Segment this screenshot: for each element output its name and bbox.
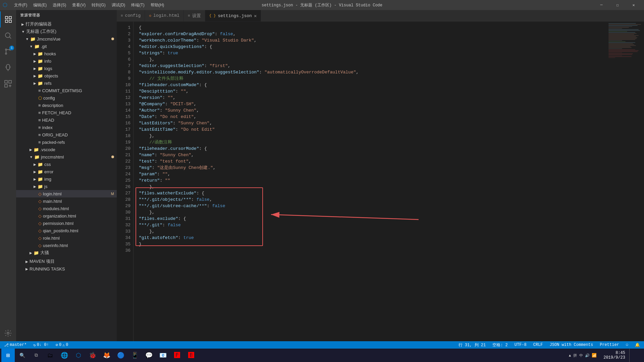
- error-item[interactable]: ▶ 📁 error: [16, 168, 117, 175]
- description-item[interactable]: ≡ description: [16, 102, 117, 109]
- objects-item[interactable]: ▶ 📁 objects: [16, 72, 117, 79]
- search-icon[interactable]: [0, 27, 16, 44]
- main-html-item[interactable]: ◇ main.html: [16, 197, 117, 205]
- taskbar-other6[interactable]: 📧: [156, 349, 170, 362]
- maximize-button[interactable]: ☐: [610, 0, 625, 10]
- config-item[interactable]: ⬡ config: [16, 94, 117, 102]
- minimize-button[interactable]: —: [594, 0, 609, 10]
- taskbar-task-view[interactable]: ⧉: [30, 349, 43, 362]
- formatter-status[interactable]: Prettier: [598, 343, 621, 347]
- error-count: 0: [59, 343, 61, 347]
- taskbar-file-explorer[interactable]: 🗂: [44, 349, 57, 362]
- commit-msg-item[interactable]: ≡ COMMIT_EDITMSG: [16, 87, 117, 94]
- show-desktop-button[interactable]: [629, 349, 643, 362]
- orig-head-icon: ≡: [38, 132, 41, 137]
- hooks-item[interactable]: ▶ 📁 hooks: [16, 50, 117, 57]
- tab-settings-json[interactable]: { } settings.json ✕: [205, 10, 261, 21]
- vscode-label: .vscode: [40, 147, 55, 152]
- taskbar-vscode[interactable]: ⬡: [72, 349, 85, 362]
- extensions-icon[interactable]: [0, 76, 16, 92]
- project-folder[interactable]: ▼ 📁 JmccmsVue: [16, 35, 117, 43]
- qian-postinfo-item[interactable]: ◇ qian_postinfo.html: [16, 227, 117, 234]
- js-item[interactable]: ▶ 📁 js: [16, 183, 117, 190]
- workspace-section[interactable]: ▼ 无标题 (工作区): [16, 28, 117, 35]
- code-line: "Desciptttion": "",: [139, 88, 602, 95]
- packed-refs-item[interactable]: ≡ packed-refs: [16, 138, 117, 146]
- modules-html-item[interactable]: ◇ modules.html: [16, 205, 117, 212]
- menu-select[interactable]: 选择(S): [50, 0, 69, 10]
- taskbar-other2[interactable]: 🦊: [100, 349, 113, 362]
- git-branch-status[interactable]: ⎇ master*: [3, 343, 28, 348]
- refs-item[interactable]: ▶ 📁 refs: [16, 79, 117, 87]
- login-html-item[interactable]: ◇ login.html M: [16, 190, 117, 197]
- vscode-icon: 📁: [34, 147, 39, 152]
- code-line: [139, 247, 602, 254]
- source-control-icon[interactable]: 1: [0, 44, 16, 60]
- menu-debug[interactable]: 调试(D): [109, 0, 128, 10]
- jmccmshtml-item[interactable]: ▼ 📁 jmccmshtml: [16, 153, 117, 161]
- organization-html-item[interactable]: ◇ organization.html: [16, 212, 117, 220]
- taskbar-search[interactable]: 🔍: [15, 349, 29, 362]
- menu-help[interactable]: 帮助(H): [148, 0, 167, 10]
- system-tray: ▲ 拼 中 🔊 📶: [566, 353, 599, 358]
- tab-login[interactable]: ◇ login.html: [145, 10, 184, 21]
- svg-rect-12: [5, 80, 7, 83]
- index-item[interactable]: ≡ index: [16, 124, 117, 131]
- maven-project-section[interactable]: ▶ MAVEN 项目: [16, 258, 117, 265]
- menu-terminal[interactable]: 终端(T): [128, 0, 147, 10]
- css-item[interactable]: ▶ 📁 css: [16, 161, 117, 168]
- language-status[interactable]: JSON with Comments: [548, 343, 595, 347]
- app4-icon: 📱: [131, 352, 139, 359]
- error-status[interactable]: ⊘ 0 ⚠ 0: [54, 343, 70, 348]
- taskbar-other4[interactable]: 📱: [128, 349, 142, 362]
- tab-config[interactable]: ≡ config: [117, 10, 145, 21]
- code-area[interactable]: { "explorer.confirmDragAndDrop": false, …: [133, 22, 607, 341]
- close-button[interactable]: ✕: [626, 0, 641, 10]
- orig-head-item[interactable]: ≡ ORIG_HEAD: [16, 131, 117, 138]
- fetch-head-item[interactable]: ≡ FETCH_HEAD: [16, 109, 117, 116]
- qian-postinfo-label: qian_postinfo.html: [43, 228, 78, 233]
- git-folder[interactable]: ▼ 📁 .git: [16, 43, 117, 50]
- debug-icon[interactable]: [0, 60, 16, 76]
- taskbar-edge[interactable]: 🌐: [58, 349, 71, 362]
- explorer-icon[interactable]: [0, 11, 16, 27]
- emoji-status[interactable]: ☺: [625, 343, 630, 347]
- menu-goto[interactable]: 转到(G): [89, 0, 108, 10]
- tab-settings2[interactable]: ≡ 设置: [184, 10, 205, 21]
- open-editors-section[interactable]: ▶ 打开的编辑器: [16, 20, 117, 28]
- menu-file[interactable]: 文件(F): [11, 0, 30, 10]
- clock[interactable]: 8:45 2019/9/23: [601, 351, 628, 360]
- vscode-item[interactable]: ▶ 📁 .vscode: [16, 146, 117, 153]
- running-tasks-section[interactable]: ▶ RUNNING TASKS: [16, 265, 117, 273]
- userinfo-html-item[interactable]: ◇ userinfo.html: [16, 242, 117, 249]
- info-item[interactable]: ▶ 📁 info: [16, 57, 117, 65]
- cursor-position-status[interactable]: 行 31, 列 21: [457, 342, 487, 348]
- encoding-status[interactable]: UTF-8: [513, 343, 528, 347]
- taskbar-other5[interactable]: 💬: [142, 349, 156, 362]
- taskbar-other8[interactable]: 🅱: [184, 349, 198, 362]
- settings-gear-icon[interactable]: [0, 325, 16, 341]
- title-bar-left: ⬡ 文件(F) 编辑(E) 选择(S) 查看(V) 转到(G) 调试(D) 终端…: [3, 0, 167, 10]
- spaces-status[interactable]: 空格: 2: [491, 342, 509, 348]
- taskbar-other7[interactable]: 🅿: [170, 349, 184, 362]
- role-html-item[interactable]: ◇ role.html: [16, 234, 117, 242]
- app2-icon: 🦊: [103, 352, 110, 359]
- img-item[interactable]: ▶ 📁 img: [16, 175, 117, 183]
- dasao-item[interactable]: ▶ 📁 大骚: [16, 249, 117, 256]
- sync-status[interactable]: ↻ 0↓ 0↑: [32, 343, 50, 348]
- taskbar-other1[interactable]: 🐞: [86, 349, 99, 362]
- svg-point-8: [5, 49, 7, 50]
- bell-status[interactable]: 🔔: [634, 343, 641, 348]
- description-icon: ≡: [38, 103, 41, 108]
- tab-close-button[interactable]: ✕: [254, 13, 257, 19]
- start-button[interactable]: ⊞: [1, 349, 15, 362]
- taskbar-other3[interactable]: 🔵: [114, 349, 127, 362]
- menu-edit[interactable]: 编辑(E): [31, 0, 49, 10]
- config-label: config: [43, 96, 55, 101]
- permission-html-item[interactable]: ◇ permission.html: [16, 220, 117, 227]
- menu-view[interactable]: 查看(V): [69, 0, 88, 10]
- logs-item[interactable]: ▶ 📁 logs: [16, 65, 117, 72]
- title-bar: ⬡ 文件(F) 编辑(E) 选择(S) 查看(V) 转到(G) 调试(D) 终端…: [0, 0, 644, 10]
- line-ending-status[interactable]: CRLF: [532, 343, 544, 347]
- head-item[interactable]: ≡ HEAD: [16, 116, 117, 124]
